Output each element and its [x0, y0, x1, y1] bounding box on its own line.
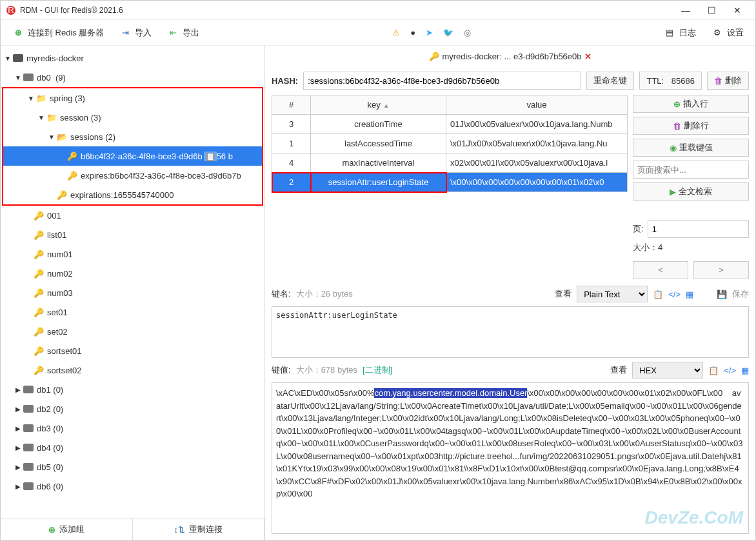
hash-table: # key▲ value 3creationTime01J\x00\x05val… [272, 95, 628, 192]
key-node[interactable]: 🔑sortset01 [1, 341, 264, 360]
file-icon[interactable]: ▦ [741, 366, 749, 375]
svg-rect-6 [23, 424, 34, 432]
col-key[interactable]: key▲ [311, 95, 446, 115]
table-row[interactable]: 1lastAccessedTime\x01J\x00\x05valuexr\x0… [272, 134, 628, 153]
key-node[interactable]: 🔑001 [1, 206, 264, 225]
value-size: 大小：678 bytes [296, 364, 357, 376]
sidebar: ▼myredis-docker ▼db0 (9) ▼📁spring (3) ▼📁… [1, 46, 265, 540]
db-node[interactable]: ▶db1 (0) [1, 380, 264, 399]
key-view-mode[interactable]: Plain Text [577, 286, 648, 302]
tab-close-button[interactable]: ✕ [584, 52, 592, 61]
telegram-icon[interactable]: ➤ [426, 28, 433, 37]
key-node[interactable]: 🔑set02 [1, 322, 264, 341]
table-row[interactable]: 4maxInactiveIntervalx02\x00\x01I\x00\x05… [272, 153, 628, 173]
help-icon[interactable]: ◎ [464, 28, 471, 37]
expirations-key-node[interactable]: 🔑expirations:1655545740000 [3, 185, 262, 204]
prev-page-button[interactable]: < [633, 261, 688, 279]
key-icon: 🔑 [33, 364, 45, 376]
ttl-button[interactable]: TTL: 85686 [639, 72, 702, 90]
key-row: HASH: 重命名键 TTL: 85686 🗑删除 [265, 66, 755, 95]
session-folder[interactable]: ▼📁session (3) [3, 108, 262, 127]
export-button[interactable]: ⇤导出 [163, 25, 203, 41]
page-input[interactable] [648, 220, 749, 238]
svg-rect-3 [23, 74, 34, 81]
db-node[interactable]: ▶db4 (0) [1, 438, 264, 457]
github-icon[interactable]: ● [410, 28, 415, 37]
page-label: 页: [633, 223, 644, 235]
expires-key-node[interactable]: 🔑expires:b6bc4f32-a36c-4f8e-bce3-d9d6b7b [3, 166, 262, 185]
window-title: RDM - GUI for Redis® 2021.6 [20, 6, 673, 15]
code-icon[interactable]: </> [724, 366, 736, 375]
selected-key-node[interactable]: 🔑b6bc4f32-a36c-4f8e-bce3-d9d6b📋56 b [3, 146, 262, 166]
server-node[interactable]: ▼myredis-docker [1, 48, 264, 68]
key-icon: 🔑 [33, 306, 45, 318]
twitter-icon[interactable]: 🐦 [443, 28, 453, 37]
col-value[interactable]: value [446, 95, 628, 115]
col-index[interactable]: # [272, 95, 311, 115]
db-icon [23, 442, 34, 453]
svg-rect-2 [13, 54, 23, 62]
file-icon[interactable]: ▦ [686, 290, 693, 299]
key-node[interactable]: 🔑num01 [1, 244, 264, 264]
key-icon: 🔑 [33, 326, 45, 337]
import-button[interactable]: ⇥导入 [115, 25, 155, 41]
next-page-button[interactable]: > [693, 261, 749, 279]
key-node[interactable]: 🔑num02 [1, 264, 264, 283]
trash-icon: 🗑 [673, 121, 681, 131]
key-node[interactable]: 🔑list01 [1, 225, 264, 244]
svg-rect-9 [23, 482, 34, 490]
delete-row-button[interactable]: 🗑删除行 [633, 117, 749, 135]
reconnect-button[interactable]: ↕⇅重制连接 [133, 518, 265, 540]
key-node[interactable]: 🔑set01 [1, 302, 264, 322]
code-icon[interactable]: </> [668, 290, 681, 299]
reload-button[interactable]: ◉重载键值 [633, 139, 749, 157]
reconnect-icon: ↕⇅ [174, 525, 186, 535]
warning-icon[interactable]: ⚠ [392, 28, 400, 37]
close-button[interactable]: ✕ [724, 5, 750, 15]
app-icon: R [6, 5, 16, 15]
save-icon[interactable]: 💾 [717, 290, 727, 299]
table-row[interactable]: 2sessionAttr:userLoginState\x00\x00\x00\… [272, 173, 628, 192]
spring-folder[interactable]: ▼📁spring (3) [3, 88, 262, 108]
minimize-button[interactable]: — [673, 5, 699, 15]
key-name-input[interactable] [303, 72, 581, 90]
db-icon [23, 403, 34, 415]
value-view-mode[interactable]: HEX [632, 362, 703, 379]
table-row[interactable]: 3creationTime01J\x00\x05valuexr\x00\x10j… [272, 115, 628, 134]
key-node[interactable]: 🔑num03 [1, 283, 264, 302]
tab-bar: 🔑 myredis-docker: ... e3-d9d6b7b56e0b ✕ [265, 46, 755, 66]
delete-key-button[interactable]: 🗑删除 [707, 72, 749, 90]
key-content-box[interactable]: sessionAttr:userLoginState [272, 306, 749, 358]
plus-icon: ⊕ [673, 99, 681, 109]
rename-button[interactable]: 重命名键 [586, 72, 634, 90]
svg-rect-5 [23, 405, 34, 413]
add-group-button[interactable]: ⊕添加组 [1, 518, 133, 540]
tree[interactable]: ▼myredis-docker ▼db0 (9) ▼📁spring (3) ▼📁… [1, 46, 264, 518]
maximize-button[interactable]: ☐ [699, 5, 724, 15]
main-panel: 🔑 myredis-docker: ... e3-d9d6b7b56e0b ✕ … [265, 46, 755, 540]
settings-button[interactable]: ⚙设置 [708, 25, 748, 41]
db-node[interactable]: ▶db3 (0) [1, 418, 264, 438]
sessions-folder[interactable]: ▼📂sessions (2) [3, 127, 262, 146]
insert-row-button[interactable]: ⊕插入行 [633, 95, 749, 113]
db0-node[interactable]: ▼db0 (9) [1, 68, 264, 87]
pagination: < > [633, 261, 749, 279]
copy-icon[interactable]: 📋 [653, 290, 663, 299]
fulltext-search-button[interactable]: ▶全文检索 [633, 182, 749, 201]
value-label: 键值: [272, 364, 291, 376]
connect-button[interactable]: ⊕连接到 Redis 服务器 [8, 25, 108, 41]
copy-icon[interactable]: 📋 [708, 366, 719, 375]
db-node[interactable]: ▶db6 (0) [1, 477, 264, 496]
value-content-box[interactable]: \xAC\xED\x00\x05sr\x00%com.yang.usercent… [272, 382, 749, 534]
db-node[interactable]: ▶db2 (0) [1, 399, 264, 418]
titlebar: R RDM - GUI for Redis® 2021.6 — ☐ ✕ [1, 1, 755, 20]
key-node[interactable]: 🔑sortset02 [1, 360, 264, 380]
import-icon: ⇥ [119, 27, 131, 39]
key-type-label: HASH: [272, 76, 298, 86]
log-button[interactable]: ▤日志 [660, 25, 700, 41]
db-node[interactable]: ▶db5 (0) [1, 457, 264, 477]
folder-icon: 📁 [46, 112, 57, 123]
page-search-input[interactable] [633, 161, 749, 179]
save-label: 保存 [732, 288, 749, 300]
export-icon: ⇤ [167, 27, 179, 39]
